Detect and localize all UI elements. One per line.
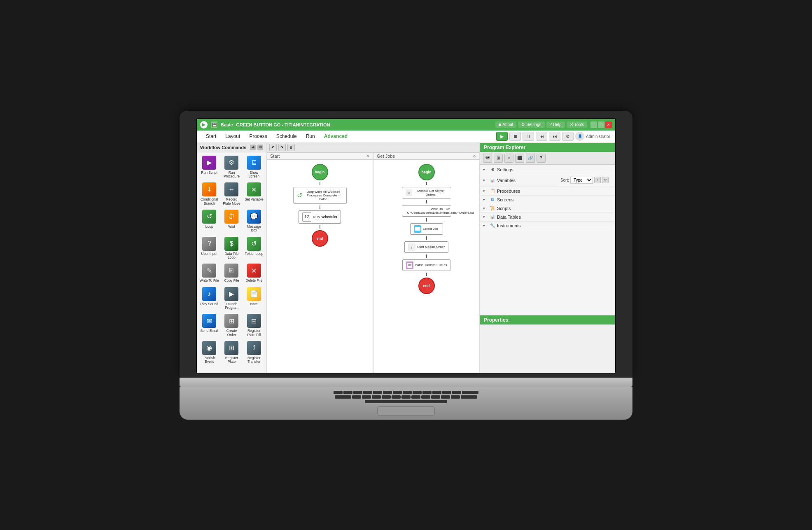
key: [363, 391, 372, 394]
cmd-copy-file[interactable]: ⎘ Copy File: [221, 262, 242, 284]
zoom-button[interactable]: ⊕: [287, 144, 295, 151]
variables-tree-label: Variables: [497, 178, 516, 183]
menu-run[interactable]: Run: [302, 132, 319, 141]
cmd-run-procedure[interactable]: ⚙ Run Procedure: [221, 154, 242, 180]
tree-item-screens[interactable]: ▾ 🖥 Screens: [480, 196, 615, 204]
cmd-send-email[interactable]: ✉ Send Email: [198, 312, 220, 339]
play-button[interactable]: ▶: [496, 132, 508, 141]
cmd-launch-program[interactable]: ▶ Launch Program: [221, 285, 242, 312]
sort-filter-icon[interactable]: ▽: [602, 177, 609, 183]
getjobs-tab-close[interactable]: ✕: [473, 154, 476, 158]
cmd-write-to-file[interactable]: ✎ Write To File: [198, 262, 220, 284]
panel-settings-icon[interactable]: ⚙: [257, 145, 263, 150]
loop-node[interactable]: ↺ Loop while All Workcell Processes Comp…: [293, 187, 347, 204]
cmd-register-transfer[interactable]: ⤴ Register Transfer: [243, 339, 265, 366]
sort-select[interactable]: Type Name: [570, 177, 593, 184]
menu-process[interactable]: Process: [245, 132, 271, 141]
mosaic-get-orders-node[interactable]: M Mosaic Get Active Orders: [402, 187, 451, 198]
minimize-button[interactable]: ─: [590, 121, 597, 128]
cmd-register-plate[interactable]: ⊞ Register Plate: [221, 339, 242, 366]
explorer-map-icon[interactable]: 🗺: [483, 154, 492, 163]
close-button[interactable]: ✕: [605, 121, 612, 128]
explorer-list-icon[interactable]: ≡: [504, 154, 513, 163]
cmd-record-plate-label: Record Plate Move: [222, 198, 241, 205]
cmd-message-box[interactable]: 💬 Message Box: [243, 208, 265, 234]
save-icon[interactable]: 💾: [211, 121, 217, 128]
cmd-play-sound[interactable]: ♪ Play Sound: [198, 285, 220, 312]
tools-button[interactable]: ✕ Tools: [567, 121, 587, 128]
menu-advanced[interactable]: Advanced: [320, 132, 352, 141]
getjobs-workflow-panel: Get Jobs ✕ begin M Mosaic Get Active Ord…: [373, 153, 479, 373]
tree-item-data-tables[interactable]: ▾ 📊 Data Tables: [480, 213, 615, 222]
trackpad[interactable]: [377, 406, 435, 416]
explorer-block-icon[interactable]: ⬛: [515, 154, 524, 163]
cmd-delete-file[interactable]: ✕ Delete File: [243, 262, 265, 284]
spacebar-key: [365, 400, 447, 403]
right-panel: Program Explorer 🗺 ⊞ ≡ ⬛ 🔗 ? ▾: [479, 143, 615, 373]
maximize-button[interactable]: □: [598, 121, 604, 128]
redo-button[interactable]: ↷: [278, 144, 286, 151]
tree-item-variables[interactable]: ▾ 📊 Variables Sort: Type Name ↑: [480, 174, 615, 187]
rewind-button[interactable]: ⏮: [536, 132, 547, 141]
start-workflow-canvas[interactable]: begin ↺ Loop while All Workcell Processe…: [267, 160, 373, 368]
app-logo-icon: ▶: [200, 121, 208, 128]
cmd-create-order-label: Create Order: [222, 329, 241, 337]
tree-item-settings[interactable]: ▾ ⚙ Settings: [480, 166, 615, 174]
stop-button[interactable]: ⏹: [509, 132, 521, 141]
cmd-folder-loop-label: Folder Loop: [245, 252, 263, 256]
folder-loop-icon: ↺: [247, 237, 261, 251]
getjobs-tab-header: Get Jobs ✕: [373, 153, 479, 160]
pause-button[interactable]: ⏸: [523, 132, 534, 141]
scheduler-node[interactable]: 12 Run Scheduler: [299, 210, 341, 224]
cmd-user-input[interactable]: ? User Input: [198, 235, 220, 261]
parse-transfer-file-node[interactable]: Parse Transfer File.cs: [402, 259, 451, 271]
sort-asc-icon[interactable]: ↑: [594, 177, 601, 183]
start-begin-node: begin: [312, 164, 328, 180]
menu-layout[interactable]: Layout: [221, 132, 244, 141]
commands-scroll[interactable]: ▶ Run Script ⚙ Run Procedure 🖥 Show Scr: [197, 152, 266, 373]
cmd-folder-loop[interactable]: ↺ Folder Loop: [243, 235, 265, 261]
cmd-conditional-branch[interactable]: ⤵ Conditional Branch: [198, 181, 220, 207]
delete-file-icon: ✕: [247, 264, 261, 278]
explorer-help-icon[interactable]: ?: [537, 154, 546, 163]
user-info: 👤 Administrator: [575, 132, 610, 141]
about-button[interactable]: About: [495, 121, 516, 128]
start-mosaic-order-node[interactable]: T Start Mosaic Order: [404, 241, 448, 253]
cmd-publish-event[interactable]: ◉ Publish Event: [198, 339, 220, 366]
cmd-loop[interactable]: ↺ Loop: [198, 208, 220, 234]
select-job-node[interactable]: Select Job: [410, 223, 443, 235]
svg-rect-5: [415, 227, 420, 231]
explorer-grid-icon[interactable]: ⊞: [494, 154, 503, 163]
cmd-record-plate-move[interactable]: ↔ Record Plate Move: [221, 181, 242, 207]
cmd-run-procedure-label: Run Procedure: [222, 171, 241, 179]
cmd-set-variable[interactable]: ✕ Set Variable: [243, 181, 265, 207]
cmd-create-order[interactable]: ⊞ Create Order: [221, 312, 242, 339]
tree-item-scripts[interactable]: ▾ 📜 Scripts: [480, 204, 615, 213]
canvas-toolbar: ↶ ↷ ⊕: [267, 143, 479, 153]
forward-button[interactable]: ⏭: [549, 132, 560, 141]
svg-text:M: M: [407, 191, 410, 195]
settings-button[interactable]: ⚙ Settings: [518, 121, 544, 128]
menu-schedule[interactable]: Schedule: [272, 132, 301, 141]
start-tab-close[interactable]: ✕: [366, 154, 369, 158]
tree-item-procedures[interactable]: ▾ 📋 Procedures: [480, 187, 615, 196]
cmd-note[interactable]: 📄 Note: [243, 285, 265, 312]
getjobs-workflow-canvas[interactable]: begin M Mosaic Get Active Orders ✎: [373, 160, 479, 368]
calendar-icon: 12: [302, 212, 311, 222]
cmd-run-script[interactable]: ▶ Run Script: [198, 154, 220, 180]
title-bar: ▶ 💾 Basic GREEN BUTTON GO - TITIANINTEGR…: [197, 119, 615, 131]
explorer-link-icon[interactable]: 🔗: [526, 154, 535, 163]
cmd-data-file-loop[interactable]: $ Data File Loop: [221, 235, 242, 261]
cmd-show-screen[interactable]: 🖥 Show Screen: [243, 154, 265, 180]
undo-button[interactable]: ↶: [269, 144, 277, 151]
cmd-wait[interactable]: ⏱ Wait: [221, 208, 242, 234]
key: [362, 395, 371, 399]
menu-start[interactable]: Start: [202, 132, 220, 141]
help-icon: ?: [550, 122, 552, 127]
settings2-button[interactable]: ⚙: [562, 132, 574, 141]
tree-item-instruments[interactable]: ▾ 🔧 Instruments: [480, 222, 615, 230]
panel-collapse-icon[interactable]: ◀: [250, 145, 256, 150]
write-to-file-node[interactable]: ✎ Write To File: C:\Users\Biosero\Docume…: [402, 205, 451, 217]
help-button[interactable]: ? Help: [546, 121, 565, 128]
cmd-register-plate-fill[interactable]: ⊞ Register Plate Fill: [243, 312, 265, 339]
